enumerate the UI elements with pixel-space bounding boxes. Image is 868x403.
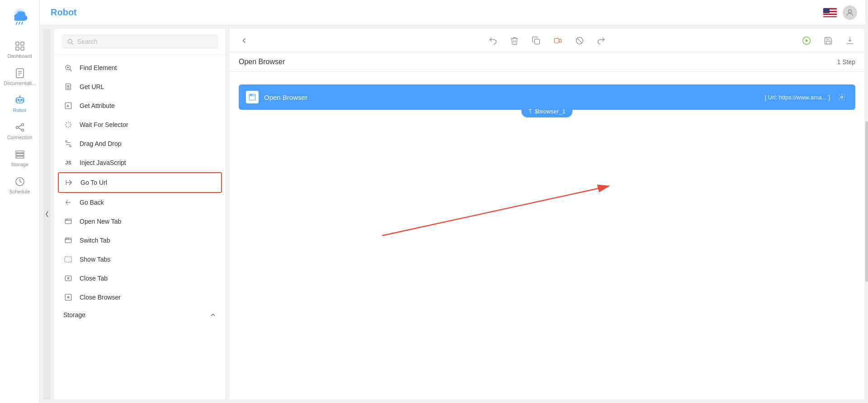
search-input[interactable] xyxy=(77,38,213,45)
record-button[interactable] xyxy=(551,33,565,48)
variable-name: $browser_1 xyxy=(535,108,566,115)
sidebar-item-storage-label: Storage xyxy=(11,162,28,167)
svg-line-2 xyxy=(16,22,17,24)
component-label: Show Tabs xyxy=(80,256,110,263)
component-item-close-tab[interactable]: Close Tab xyxy=(54,269,226,288)
go-back-icon xyxy=(63,197,73,207)
svg-rect-8 xyxy=(21,47,24,50)
svg-text:A: A xyxy=(66,104,69,108)
drag-and-drop-icon xyxy=(63,139,73,149)
close-browser-icon xyxy=(63,292,73,302)
search-icon xyxy=(67,38,74,45)
component-label: Inject JavaScript xyxy=(80,159,126,166)
top-header: Robot xyxy=(40,0,868,25)
svg-line-58 xyxy=(577,38,582,43)
scrollbar-thumb[interactable] xyxy=(865,121,868,282)
search-wrapper xyxy=(61,34,218,49)
component-item-get-attribute[interactable]: A Get Attribute xyxy=(54,96,226,115)
svg-point-18 xyxy=(19,96,20,97)
content-area: Find Element Get URL xyxy=(40,25,868,403)
component-label: Find Element xyxy=(80,64,117,71)
sidebar-item-robot[interactable]: Robot xyxy=(0,90,39,117)
component-label: Get Attribute xyxy=(80,102,115,109)
component-item-switch-tab[interactable]: Switch Tab xyxy=(54,231,226,250)
search-container xyxy=(54,29,226,55)
component-item-go-back[interactable]: Go Back xyxy=(54,193,226,212)
component-item-wait-for-selector[interactable]: Wait For Selector xyxy=(54,115,226,134)
variable-badge: T $browser_1 xyxy=(521,105,572,117)
component-item-show-tabs[interactable]: Show Tabs xyxy=(54,250,226,269)
header-icons xyxy=(823,5,857,20)
component-item-go-to-url[interactable]: Go To Url xyxy=(58,172,222,193)
storage-section-header[interactable]: Storage xyxy=(54,307,226,323)
component-label: Close Browser xyxy=(80,294,121,301)
cancel-button[interactable] xyxy=(572,33,587,48)
browser-icon-box xyxy=(246,91,259,103)
component-item-open-new-tab[interactable]: Open New Tab xyxy=(54,212,226,231)
component-item-inject-javascript[interactable]: JS Inject JavaScript xyxy=(54,153,226,172)
find-element-icon xyxy=(63,63,73,73)
arrow-annotation xyxy=(230,72,864,399)
canvas-area: Open Browser 1 Step xyxy=(230,29,864,399)
show-tabs-icon xyxy=(63,254,73,264)
svg-point-29 xyxy=(68,39,72,43)
svg-point-15 xyxy=(20,99,22,101)
component-item-close-browser[interactable]: Close Browser xyxy=(54,288,226,307)
sidebar-item-connection-label: Connection xyxy=(7,135,33,140)
sidebar-item-connection[interactable]: Connection xyxy=(0,117,39,145)
component-label: Go To Url xyxy=(80,179,107,186)
save-button[interactable] xyxy=(821,33,835,48)
sidebar-item-documentation[interactable]: Documentati... xyxy=(0,63,39,90)
svg-rect-5 xyxy=(16,42,19,45)
go-to-url-icon xyxy=(64,178,74,187)
undo-button[interactable] xyxy=(486,33,500,48)
redo-button[interactable] xyxy=(594,33,609,48)
svg-rect-41 xyxy=(65,219,71,224)
component-item-get-url[interactable]: Get URL xyxy=(54,77,226,96)
sidebar-item-dashboard-label: Dashboard xyxy=(8,53,32,59)
language-flag[interactable] xyxy=(823,8,837,18)
sidebar-item-schedule[interactable]: Schedule xyxy=(0,172,39,199)
svg-point-14 xyxy=(18,99,19,101)
canvas-header: Open Browser 1 Step xyxy=(230,52,864,72)
download-button[interactable] xyxy=(843,33,857,48)
sidebar-item-dashboard[interactable]: Dashboard xyxy=(0,36,39,63)
settings-icon[interactable] xyxy=(835,91,848,103)
svg-rect-24 xyxy=(16,151,24,153)
sidebar-item-robot-label: Robot xyxy=(13,108,26,113)
svg-rect-56 xyxy=(555,38,559,43)
inject-js-icon: JS xyxy=(63,158,73,168)
component-label: Open New Tab xyxy=(80,218,121,225)
svg-rect-25 xyxy=(16,154,24,155)
component-label: Get URL xyxy=(80,83,104,90)
open-new-tab-icon xyxy=(63,216,73,226)
svg-line-22 xyxy=(18,125,21,127)
component-label: Close Tab xyxy=(80,275,108,282)
svg-rect-7 xyxy=(16,47,19,50)
play-button[interactable] xyxy=(799,33,814,48)
toolbar xyxy=(230,29,864,52)
scrollbar-track[interactable] xyxy=(865,0,868,403)
component-label: Go Back xyxy=(80,199,104,206)
back-button[interactable] xyxy=(237,33,251,48)
svg-point-19 xyxy=(16,127,18,129)
sidebar-item-storage[interactable]: Storage xyxy=(0,145,39,172)
delete-button[interactable] xyxy=(507,33,522,48)
browser-url-display: [ Url: https://www.ama... ] xyxy=(765,94,830,101)
collapse-panel-button[interactable] xyxy=(43,29,51,399)
sidebar: Dashboard Documentati... Robot xyxy=(0,0,40,403)
component-label: Wait For Selector xyxy=(80,121,128,128)
app-logo xyxy=(8,5,32,29)
component-item-drag-and-drop[interactable]: Drag And Drop xyxy=(54,134,226,153)
wait-for-selector-icon xyxy=(63,120,73,130)
canvas-title: Open Browser xyxy=(239,58,285,66)
component-item-find-element[interactable]: Find Element xyxy=(54,58,226,77)
toolbar-back xyxy=(237,33,251,48)
svg-point-36 xyxy=(67,85,69,87)
svg-marker-60 xyxy=(806,39,808,42)
svg-line-4 xyxy=(22,22,23,24)
get-attribute-icon: A xyxy=(63,101,73,111)
duplicate-button[interactable] xyxy=(529,33,543,48)
user-avatar[interactable] xyxy=(843,5,857,20)
component-list: Find Element Get URL xyxy=(54,55,226,399)
